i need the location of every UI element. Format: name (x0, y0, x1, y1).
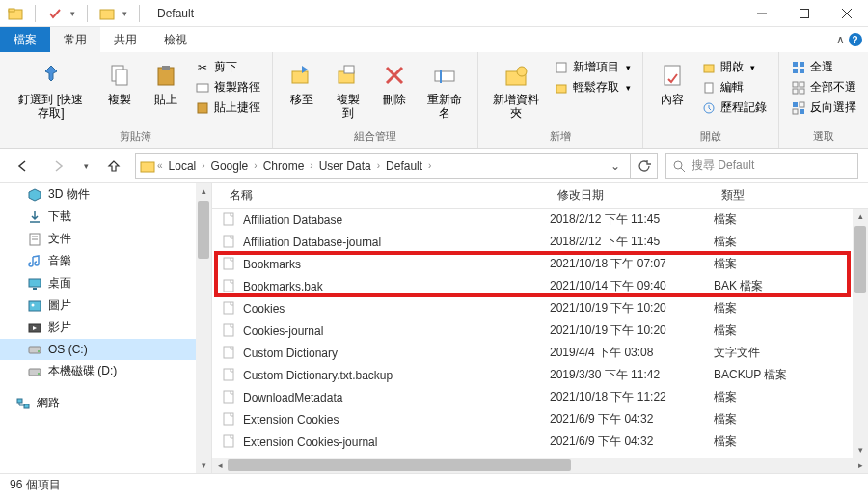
maximize-button[interactable] (783, 0, 826, 27)
new-folder-button[interactable]: 新增資料夾 (486, 56, 546, 125)
nav-item[interactable]: 圖片 (0, 294, 211, 317)
move-to-button[interactable]: 移至 (281, 56, 323, 110)
qat-properties-icon[interactable] (47, 6, 63, 21)
invert-selection-button[interactable]: 反向選擇 (787, 98, 860, 117)
file-row[interactable]: Custom Dictionary2019/4/4 下午 03:08文字文件 (212, 342, 868, 364)
file-row[interactable]: Bookmarks2021/10/18 下午 07:07檔案 (212, 253, 868, 275)
file-row[interactable]: Extension Cookies-journal2021/6/9 下午 04:… (212, 431, 868, 453)
file-row[interactable]: Affiliation Database2018/2/12 下午 11:45檔案 (212, 209, 868, 231)
file-name: Affiliation Database (243, 213, 342, 227)
copy-path-button[interactable]: 複製路徑 (191, 78, 264, 97)
file-hscrollbar[interactable]: ◂▸ (212, 458, 868, 473)
search-input[interactable]: 搜尋 Default (665, 153, 858, 179)
recent-dropdown[interactable]: ▾ (79, 153, 93, 180)
file-row[interactable]: DownloadMetadata2021/10/18 下午 11:22檔案 (212, 386, 868, 408)
file-icon (222, 235, 237, 250)
paste-button[interactable]: 貼上 (145, 56, 187, 110)
nav-item[interactable]: 本機磁碟 (D:) (0, 360, 211, 382)
file-date: 2021/10/14 下午 09:40 (550, 278, 714, 294)
easy-access-button[interactable]: 輕鬆存取▾ (550, 78, 635, 97)
svg-rect-36 (793, 102, 798, 107)
forward-button[interactable] (44, 153, 71, 180)
rename-button[interactable]: 重新命名 (420, 56, 470, 125)
col-type[interactable]: 類型 (714, 187, 849, 204)
qat-dropdown-icon[interactable]: ▾ (122, 9, 127, 18)
svg-rect-63 (224, 347, 233, 358)
new-folder-icon (501, 60, 531, 91)
nav-item[interactable]: 影片 (0, 317, 211, 339)
properties-button[interactable]: 內容 (651, 56, 693, 110)
open-button[interactable]: 開啟▾ (697, 58, 771, 76)
minimize-button[interactable] (741, 0, 783, 27)
nav-item[interactable]: OS (C:) (0, 339, 211, 360)
file-row[interactable]: Cookies-journal2021/10/19 下午 10:20檔案 (212, 320, 868, 342)
qat-dropdown-icon[interactable]: ▾ (70, 9, 75, 18)
tab-share[interactable]: 共用 (100, 27, 150, 52)
cube-icon (27, 187, 42, 203)
breadcrumb-dropdown[interactable]: ⌄ (605, 159, 626, 173)
file-date: 2021/10/19 下午 10:20 (550, 300, 714, 317)
svg-rect-1 (9, 9, 14, 12)
file-row[interactable]: Cookies2021/10/19 下午 10:20檔案 (212, 297, 868, 320)
svg-rect-31 (800, 69, 804, 73)
file-vscrollbar[interactable]: ▴ ▾ (853, 209, 868, 458)
svg-rect-13 (292, 71, 308, 83)
scrollbar-thumb[interactable] (198, 201, 209, 259)
pin-button[interactable]: 釘選到 [快速存取] (8, 56, 95, 125)
copy-button[interactable]: 複製 (98, 56, 141, 110)
svg-rect-9 (158, 68, 174, 85)
select-none-button[interactable]: 全部不選 (787, 78, 860, 97)
file-row[interactable]: Affiliation Database-journal2018/2/12 下午… (212, 231, 868, 253)
copy-to-button[interactable]: 複製到 (327, 56, 369, 125)
breadcrumb[interactable]: « Local› Google› Chrome› User Data› Defa… (135, 153, 631, 179)
delete-button[interactable]: 刪除 (373, 56, 416, 110)
help-icon[interactable]: ? (849, 33, 862, 46)
back-button[interactable] (10, 153, 37, 180)
svg-rect-12 (198, 103, 207, 113)
crumb[interactable]: Local (165, 159, 201, 173)
cut-button[interactable]: ✂剪下 (191, 58, 264, 76)
crumb[interactable]: Google (207, 159, 253, 173)
file-list[interactable]: Affiliation Database2018/2/12 下午 11:45檔案… (212, 209, 868, 458)
file-row[interactable]: Bookmarks.bak2021/10/14 下午 09:40BAK 檔案 (212, 275, 868, 297)
address-bar: ▾ « Local› Google› Chrome› User Data› De… (0, 149, 868, 183)
ribbon-collapse[interactable]: ∧? (829, 27, 868, 52)
file-row[interactable]: Custom Dictionary.txt.backup2019/3/30 下午… (212, 364, 868, 386)
svg-rect-4 (800, 9, 809, 17)
select-all-button[interactable]: 全選 (787, 58, 860, 76)
file-icon (222, 279, 237, 294)
file-date: 2019/4/4 下午 03:08 (550, 345, 714, 361)
up-button[interactable] (100, 153, 127, 180)
scrollbar-thumb[interactable] (228, 459, 571, 471)
paste-shortcut-button[interactable]: 貼上捷徑 (191, 98, 264, 117)
scrollbar-thumb[interactable] (854, 226, 866, 293)
tab-home[interactable]: 常用 (50, 27, 100, 52)
file-row[interactable]: Extension Cookies2021/6/9 下午 04:32檔案 (212, 408, 868, 431)
crumb[interactable]: Default (382, 159, 426, 173)
crumb[interactable]: Chrome (259, 159, 309, 173)
nav-item[interactable]: 網路 (0, 392, 211, 414)
col-date[interactable]: 修改日期 (550, 187, 714, 204)
nav-item[interactable]: 文件 (0, 228, 211, 250)
history-icon (701, 100, 717, 116)
svg-rect-35 (800, 89, 804, 94)
nav-item[interactable]: 下載 (0, 206, 211, 228)
title-bar: ▾ ▾ Default (0, 0, 868, 27)
edit-button[interactable]: 編輯 (697, 78, 771, 97)
crumb[interactable]: User Data (315, 159, 375, 173)
status-bar: 96 個項目 (0, 473, 868, 496)
nav-scrollbar[interactable]: ▴ ▾ (196, 183, 211, 473)
history-button[interactable]: 歷程記錄 (697, 98, 771, 117)
nav-item[interactable]: 3D 物件 (0, 183, 211, 206)
tab-file[interactable]: 檔案 (0, 27, 50, 52)
tab-view[interactable]: 檢視 (150, 27, 201, 52)
svg-rect-61 (224, 302, 233, 314)
nav-label: 圖片 (48, 297, 71, 314)
new-item-button[interactable]: 新增項目▾ (550, 58, 635, 76)
close-button[interactable] (826, 0, 868, 27)
nav-item[interactable]: 桌面 (0, 272, 211, 294)
refresh-button[interactable] (631, 153, 658, 179)
nav-item[interactable]: 音樂 (0, 250, 211, 272)
col-name[interactable]: 名稱 (222, 187, 550, 204)
open-icon (701, 60, 717, 75)
